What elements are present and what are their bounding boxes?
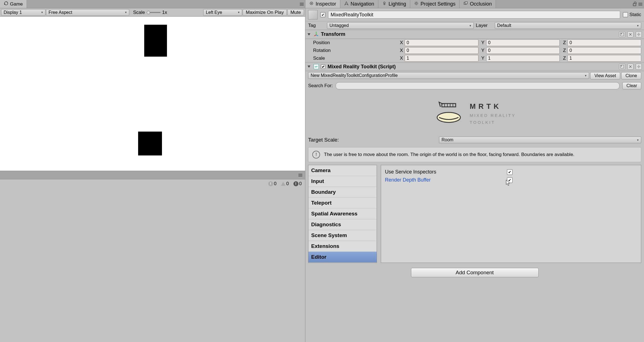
position-x-input[interactable]	[405, 39, 478, 46]
profile-dropdown[interactable]: New MixedRealityToolkitConfigurationProf…	[308, 72, 589, 79]
category-list: Camera Input Boundary Teleport Spatial A…	[308, 165, 377, 263]
scale-label: Scale	[133, 10, 145, 15]
lock-icon[interactable]	[633, 2, 636, 6]
search-input[interactable]	[336, 82, 620, 89]
warn-count-value: 0	[286, 181, 289, 187]
chevron-down-icon: ▾	[637, 24, 639, 27]
rotation-y-input[interactable]	[486, 47, 560, 54]
use-service-inspectors-checkbox[interactable]: ✔	[507, 169, 513, 175]
use-service-inspectors-label: Use Service Inspectors	[385, 169, 507, 175]
occlusion-tab[interactable]: Occlusion	[460, 0, 496, 8]
component-reset-icon[interactable]	[627, 31, 633, 37]
tag-dropdown[interactable]: Untagged ▾	[327, 22, 474, 29]
layer-dropdown[interactable]: Default ▾	[495, 22, 642, 29]
view-asset-label: View Asset	[594, 73, 616, 78]
maximize-button[interactable]: Maximize On Play	[243, 9, 287, 16]
scale-y-input[interactable]	[486, 55, 560, 62]
mrtk-logo: MRTK MIXED REALITY TOOLKIT	[305, 97, 644, 130]
info-text: The user is free to move about the room.…	[324, 152, 574, 157]
tag-label: Tag	[308, 23, 325, 28]
lighting-tab[interactable]: Lighting	[378, 0, 410, 8]
panel-menu-icon[interactable]	[638, 4, 642, 4]
panel-menu-icon[interactable]	[298, 0, 305, 8]
rotation-z-input[interactable]	[567, 47, 641, 54]
category-extensions[interactable]: Extensions	[308, 241, 377, 252]
gameobject-icon[interactable]	[308, 10, 318, 19]
empty-area	[0, 188, 305, 342]
rotation-x-input[interactable]	[405, 47, 478, 54]
chevron-down-icon: ▾	[470, 24, 471, 27]
warn-count[interactable]: 0	[279, 180, 290, 187]
position-z-input[interactable]	[567, 39, 641, 46]
scale-slider-knob[interactable]	[147, 11, 150, 14]
target-scale-dropdown[interactable]: Room ▾	[439, 137, 641, 143]
render-depth-buffer-row: Render Depth Buffer ✔	[385, 176, 637, 184]
active-checkbox[interactable]: ✔	[320, 12, 325, 17]
svg-point-6	[415, 2, 417, 4]
z-label: Z	[561, 40, 566, 46]
clear-label: Clear	[627, 83, 637, 88]
chevron-down-icon: ▾	[41, 11, 43, 14]
project-settings-tab[interactable]: Project Settings	[410, 0, 460, 8]
category-editor[interactable]: Editor	[308, 252, 377, 263]
render-depth-buffer-checkbox[interactable]: ✔	[507, 177, 513, 183]
object-name-input[interactable]	[328, 11, 620, 19]
clone-label: Clone	[625, 73, 637, 78]
aspect-dropdown[interactable]: Free Aspect ▾	[46, 9, 129, 16]
z-label: Z	[561, 56, 566, 61]
category-scene-system[interactable]: Scene System	[308, 230, 377, 241]
category-diagnostics[interactable]: Diagnostics	[308, 219, 377, 230]
add-component-button[interactable]: Add Component	[411, 268, 539, 277]
scale-group: Scale 1x	[133, 10, 167, 15]
gear-icon	[414, 1, 419, 7]
x-label: X	[399, 40, 403, 46]
static-checkbox[interactable]	[623, 12, 628, 17]
info-count[interactable]: ! 0	[267, 180, 278, 187]
scale-x-input[interactable]	[405, 55, 478, 62]
component-enabled-checkbox[interactable]: ✔	[321, 64, 325, 69]
inspector-icon	[309, 1, 314, 7]
rotation-label: Rotation	[308, 48, 397, 53]
error-icon: !	[293, 181, 298, 186]
game-tab[interactable]: Game	[0, 0, 27, 8]
mrtk-script-header[interactable]: c# ✔ Mixed Reality Toolkit (Script)	[305, 62, 644, 71]
clone-button[interactable]: Clone	[621, 72, 641, 79]
component-help-icon[interactable]	[619, 31, 625, 37]
category-spatial-awareness[interactable]: Spatial Awareness	[308, 208, 377, 219]
navigation-tab[interactable]: Navigation	[340, 0, 378, 8]
component-settings-icon[interactable]	[636, 31, 642, 37]
transform-header[interactable]: Transform	[305, 30, 644, 39]
tag-value: Untagged	[329, 23, 349, 28]
mute-button[interactable]: Mute	[287, 9, 304, 16]
category-teleport[interactable]: Teleport	[308, 198, 377, 208]
category-input[interactable]: Input	[308, 176, 377, 187]
display-dropdown[interactable]: Display 1 ▾	[1, 9, 45, 16]
console-menu-icon[interactable]	[298, 175, 305, 175]
y-label: Y	[480, 40, 485, 46]
scale-label: Scale	[308, 56, 397, 61]
lighting-tab-label: Lighting	[389, 1, 406, 7]
y-label: Y	[480, 48, 485, 53]
search-row: Search For: Clear	[305, 81, 644, 91]
category-camera[interactable]: Camera	[308, 165, 377, 176]
svg-rect-15	[620, 65, 624, 68]
search-label: Search For:	[308, 83, 333, 89]
position-y-input[interactable]	[486, 39, 560, 46]
navigation-icon	[344, 1, 349, 7]
category-boundary[interactable]: Boundary	[308, 187, 377, 198]
component-reset-icon[interactable]	[627, 64, 633, 70]
component-help-icon[interactable]	[619, 64, 625, 70]
transform-icon	[314, 31, 319, 37]
clear-button[interactable]: Clear	[622, 82, 641, 89]
scale-z-input[interactable]	[567, 55, 641, 62]
component-settings-icon[interactable]	[636, 64, 642, 70]
inspector-tabs: Inspector Navigation Lighting Project Se…	[305, 0, 644, 8]
scale-value: 1x	[162, 10, 167, 15]
err-count[interactable]: ! 0	[292, 180, 303, 187]
inspector-tab[interactable]: Inspector	[305, 0, 340, 8]
scale-slider[interactable]	[147, 12, 161, 13]
navigation-tab-label: Navigation	[351, 1, 374, 7]
view-asset-button[interactable]: View Asset	[590, 72, 620, 79]
eye-dropdown[interactable]: Left Eye ▾	[203, 9, 242, 16]
csharp-script-icon: c#	[314, 64, 319, 69]
